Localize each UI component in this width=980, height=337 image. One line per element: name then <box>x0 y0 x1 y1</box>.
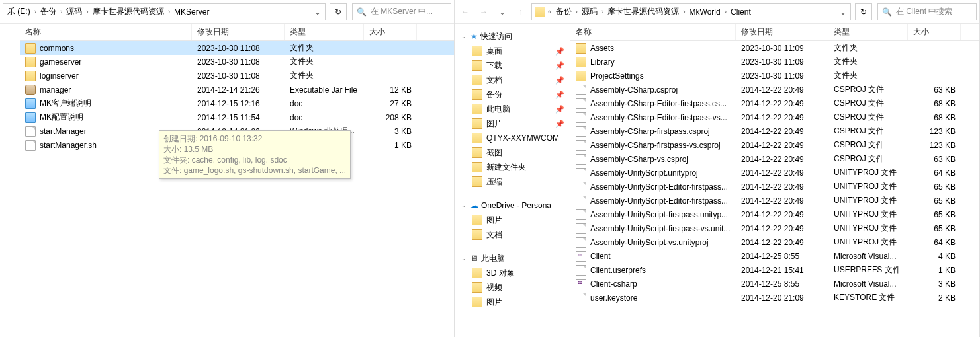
file-row[interactable]: manager2014-12-14 21:26Executable Jar Fi… <box>20 83 454 96</box>
address-dropdown-icon[interactable]: ⌄ <box>312 4 324 20</box>
nav-item-label: 视频 <box>486 282 502 293</box>
file-row[interactable]: Assembly-UnityScript-firstpass-vs.unit..… <box>570 221 979 235</box>
crumb[interactable]: 源码 <box>579 4 600 20</box>
nav-item-label: 此电脑 <box>486 104 510 115</box>
left-addressbar[interactable]: 乐 (E:)› 备份› 源码› 摩卡世界源代码资源› MKServer ⌄ <box>3 3 326 20</box>
up-button[interactable]: ↑ <box>513 4 529 20</box>
crumb[interactable]: 备份 <box>38 4 59 20</box>
col-name[interactable]: 名称 <box>570 24 736 40</box>
crumb[interactable]: 摩卡世界源代码资源 <box>90 4 167 20</box>
nav-item[interactable]: 图片 <box>457 295 567 309</box>
file-name: MK配置说明 <box>40 112 83 123</box>
file-row[interactable]: Assembly-UnityScript-Editor-firstpass...… <box>570 180 979 194</box>
file-name: startManager.sh <box>40 141 97 150</box>
file-row[interactable]: commons2023-10-30 11:08文件夹 <box>20 41 454 55</box>
crumb[interactable]: 源码 <box>64 4 85 20</box>
file-row[interactable]: Assembly-CSharp-vs.csproj2014-12-22 20:4… <box>570 152 979 166</box>
file-type: UNITYPROJ 文件 <box>828 223 908 234</box>
nav-item[interactable]: QTYX-XXYMWCOM <box>457 131 567 145</box>
col-date[interactable]: 修改日期 <box>192 24 285 40</box>
chevron-right-icon: › <box>600 8 605 15</box>
file-row[interactable]: Assembly-UnityScript-firstpass.unityp...… <box>570 207 979 221</box>
file-row[interactable]: MK配置说明2014-12-15 11:54doc208 KB <box>20 110 454 124</box>
file-row[interactable]: Assembly-UnityScript.unityproj2014-12-22… <box>570 166 979 180</box>
col-date[interactable]: 修改日期 <box>736 24 828 40</box>
file-name: Assembly-UnityScript-vs.unityproj <box>590 238 709 247</box>
file-date: 2014-12-22 20:49 <box>736 99 828 108</box>
crumb[interactable]: MkWorld <box>687 4 723 20</box>
file-date: 2014-12-21 15:41 <box>736 266 828 275</box>
crumb[interactable]: 乐 (E:) <box>5 4 33 20</box>
file-row[interactable]: Assembly-UnityScript-Editor-firstpass...… <box>570 194 979 207</box>
file-row[interactable]: Assembly-CSharp-Editor-firstpass-vs...20… <box>570 110 979 124</box>
nav-item-label: 文档 <box>486 229 502 241</box>
nav-item[interactable]: 3D 对象 <box>457 266 567 280</box>
file-row[interactable]: MK客户端说明2014-12-15 12:16doc27 KB <box>20 96 454 110</box>
file-row[interactable]: startManager2014-12-14 21:26Windows 批处理.… <box>20 124 454 138</box>
crumb[interactable]: MKServer <box>171 4 212 20</box>
file-size: 63 KB <box>908 155 961 164</box>
file-type: CSPROJ 文件 <box>828 98 908 109</box>
nav-item[interactable]: 视频 <box>457 280 567 295</box>
file-row[interactable]: gameserver2023-10-30 11:08文件夹 <box>20 55 454 69</box>
nav-item[interactable]: 图片 <box>457 213 567 227</box>
file-row[interactable]: Client-csharp2014-12-25 8:55Microsoft Vi… <box>570 277 979 291</box>
right-search-input[interactable]: 🔍 在 Client 中搜索 <box>877 3 977 20</box>
file-row[interactable]: Assembly-CSharp-Editor-firstpass.cs...20… <box>570 96 979 110</box>
folder-icon <box>535 7 545 17</box>
file-row[interactable]: Assembly-CSharp-firstpass-vs.csproj2014-… <box>570 138 979 152</box>
back-button[interactable]: ← <box>457 4 473 20</box>
nav-item[interactable]: 图片📌 <box>457 116 567 131</box>
refresh-button[interactable]: ↻ <box>330 3 347 20</box>
file-row[interactable]: startManager.sh2014-12-14 21:26SH 文件1 KB <box>20 138 454 152</box>
file-type: SH 文件 <box>285 139 364 151</box>
file-type: 文件夹 <box>828 42 908 54</box>
folder-icon <box>472 118 482 129</box>
nav-item[interactable]: 文档📌 <box>457 73 567 87</box>
crumb[interactable]: 摩卡世界源代码资源 <box>605 4 682 20</box>
file-size: 65 KB <box>908 224 961 233</box>
file-row[interactable]: Assembly-CSharp-firstpass.csproj2014-12-… <box>570 124 979 138</box>
nav-item[interactable]: 备份📌 <box>457 87 567 102</box>
forward-button[interactable]: → <box>476 4 492 20</box>
col-size[interactable]: 大小 <box>908 24 961 40</box>
file-row[interactable]: Client2014-12-25 8:55Microsoft Visual...… <box>570 249 979 263</box>
crumb[interactable]: Client <box>728 4 754 20</box>
nav-item[interactable]: 此电脑📌 <box>457 102 567 116</box>
pin-icon: 📌 <box>555 61 564 70</box>
left-search-input[interactable]: 🔍 在 MKServer 中... <box>352 3 451 20</box>
file-date: 2014-12-22 20:49 <box>736 196 828 206</box>
file-row[interactable]: Library2023-10-30 11:09文件夹 <box>570 55 979 69</box>
file-row[interactable]: ProjectSettings2023-10-30 11:09文件夹 <box>570 69 979 83</box>
nav-thispc[interactable]: ⌄🖥此电脑 <box>457 251 567 266</box>
address-dropdown-icon[interactable]: ⌄ <box>837 4 849 20</box>
folder-icon <box>472 176 482 187</box>
nav-item[interactable]: 桌面📌 <box>457 44 567 58</box>
col-type[interactable]: 类型 <box>285 24 364 40</box>
file-date: 2014-12-22 20:49 <box>736 113 828 122</box>
nav-onedrive[interactable]: ⌄☁OneDrive - Persona <box>457 198 567 213</box>
file-date: 2014-12-22 20:49 <box>736 127 828 136</box>
file-row[interactable]: Assembly-UnityScript-vs.unityproj2014-12… <box>570 235 979 249</box>
nav-item[interactable]: 压缩 <box>457 174 567 189</box>
col-size[interactable]: 大小 <box>364 24 417 40</box>
right-addressbar[interactable]: « 备份› 源码› 摩卡世界源代码资源› MkWorld› Client ⌄ <box>531 3 851 20</box>
nav-item[interactable]: 文档 <box>457 227 567 242</box>
nav-item[interactable]: 新建文件夹 <box>457 160 567 174</box>
folder-icon <box>472 133 482 143</box>
file-row[interactable]: loginserver2023-10-30 11:08文件夹 <box>20 69 454 83</box>
nav-quick-access[interactable]: ⌄★快速访问 <box>457 29 567 44</box>
recent-dropdown[interactable]: ⌄ <box>494 4 510 20</box>
file-row[interactable]: Client.userprefs2014-12-21 15:41USERPREF… <box>570 263 979 277</box>
file-row[interactable]: user.keystore2014-12-20 21:09KEYSTORE 文件… <box>570 291 979 305</box>
crumb[interactable]: 备份 <box>553 4 574 20</box>
file-row[interactable]: Assets2023-10-30 11:09文件夹 <box>570 41 979 55</box>
nav-item[interactable]: 下载📌 <box>457 58 567 73</box>
nav-item[interactable]: 截图 <box>457 145 567 160</box>
file-icon <box>576 209 586 220</box>
file-date: 2014-12-15 11:54 <box>192 113 285 122</box>
col-name[interactable]: 名称 <box>20 24 192 40</box>
refresh-button[interactable]: ↻ <box>855 3 872 20</box>
file-row[interactable]: Assembly-CSharp.csproj2014-12-22 20:49CS… <box>570 83 979 96</box>
col-type[interactable]: 类型 <box>828 24 908 40</box>
